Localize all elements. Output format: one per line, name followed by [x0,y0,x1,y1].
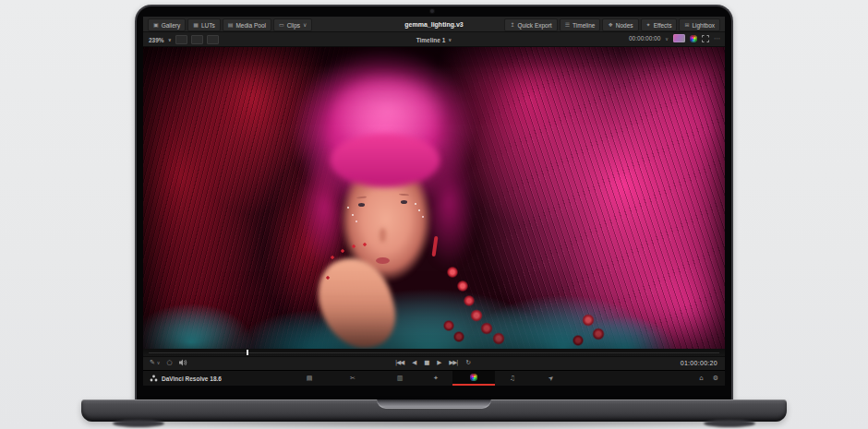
quick-export-label: Quick Export [517,22,551,29]
transport-controls: |◀◀ ◀ ■ ▶ ▶▶| ↻ [395,359,470,366]
media-pool-label: Media Pool [235,22,266,29]
timeline-selector-label: Timeline 1 [416,37,446,43]
page-bar-right: ⌂ ⚙ [699,371,718,386]
transport-left-tools: ✎ ∨ ○ [150,359,187,366]
chevron-down-icon: ∨ [448,37,452,42]
app-branding: DaVinci Resolve 18.6 [150,371,222,386]
photo-vignette [143,47,725,349]
page-tab-deliver[interactable]: ➤ [545,371,558,386]
playhead[interactable] [247,350,248,355]
laptop-lid: ▣ Gallery ▦ LUTs ▤ Media Pool ▭ Clips [135,5,733,401]
camera-dot [430,9,434,13]
davinci-logo-icon [150,375,158,382]
page-background: ▣ Gallery ▦ LUTs ▤ Media Pool ▭ Clips [0,0,868,429]
luts-label: LUTs [201,22,215,29]
media-page-icon: ▤ [307,375,313,382]
zoom-level-group: 239% ∨ [149,35,219,44]
step-back-button[interactable]: ◀ [412,359,416,366]
fusion-page-icon: ✦ [433,375,439,382]
lightbox-label: Lightbox [692,22,715,29]
overflow-menu-icon[interactable]: ⋯ [714,35,720,42]
edit-page-icon: ▥ [397,375,404,382]
jog-bar[interactable] [143,349,725,356]
viewer-tool-button-3[interactable] [207,35,219,44]
page-tab-color[interactable] [452,371,495,386]
settings-gear-icon[interactable]: ⚙ [713,375,718,382]
luts-button[interactable]: ▦ LUTs [187,18,220,31]
home-icon[interactable]: ⌂ [699,375,703,382]
laptop-base [81,399,787,422]
page-tab-cut[interactable]: ✂ [346,371,359,386]
quick-export-button[interactable]: ↥ Quick Export [504,18,557,31]
luts-icon: ▦ [193,22,199,28]
nodes-icon: ❖ [608,22,612,28]
page-tab-fairlight[interactable]: ♫ [506,371,519,386]
last-frame-button[interactable]: ▶▶| [449,359,457,366]
viewer-tool-button-1[interactable] [175,35,187,44]
page-tab-edit[interactable]: ▥ [393,371,406,386]
transport-bar: ✎ ∨ ○ |◀◀ ◀ ■ ▶ [143,356,725,370]
play-button[interactable]: ▶ [437,359,440,366]
chevron-down-icon: ∨ [665,36,669,42]
timeline-panel-label: Timeline [573,22,595,29]
viewer-timecode[interactable]: 00:00:00:00 [629,35,660,42]
expand-icon[interactable] [702,35,709,42]
app-version-label: DaVinci Resolve 18.6 [162,375,222,382]
clean-feed-monitor-icon[interactable] [673,34,685,42]
effects-icon: ✦ [646,22,651,28]
lightbox-button[interactable]: ⊞ Lightbox [679,18,720,31]
nodes-button[interactable]: ❖ Nodes [602,18,638,31]
viewer-toolbar: 239% ∨ Timeline 1 ∨ 00:00:00:00 ∨ [143,32,725,47]
deliver-page-icon: ➤ [547,374,556,383]
media-pool-button[interactable]: ▤ Media Pool [223,18,271,31]
top-toolbar: ▣ Gallery ▦ LUTs ▤ Media Pool ▭ Clips [143,17,725,32]
gallery-button[interactable]: ▣ Gallery [148,18,186,31]
toolbar-right-group: ↥ Quick Export ☰ Timeline ❖ Nodes ✦ Effe… [504,18,720,31]
chevron-down-icon: ∨ [157,360,161,365]
zoom-level-select[interactable]: 239% [149,37,164,43]
lightbox-icon: ⊞ [684,22,689,28]
volume-icon[interactable] [179,359,187,366]
viewer-toolbar-right: 00:00:00:00 ∨ ⋯ [629,34,720,42]
effects-label: Effects [654,22,672,29]
page-bar: DaVinci Resolve 18.6 ▤ ✂ ▥ ✦ ♫ [143,370,725,386]
master-timecode: 01:00:00:20 [681,360,717,366]
timeline-icon: ☰ [565,22,570,28]
gallery-icon: ▣ [153,22,159,28]
media-pool-icon: ▤ [228,22,234,28]
lid-lift-notch [377,399,491,409]
nodes-label: Nodes [616,22,633,29]
stop-button[interactable]: ■ [424,359,428,366]
loop-playback-button[interactable]: ↻ [466,359,470,366]
clips-icon: ▭ [279,22,284,28]
draw-tool-button[interactable]: ✎ ∨ [150,359,161,366]
first-frame-button[interactable]: |◀◀ [395,359,404,366]
page-tab-fusion[interactable]: ✦ [429,371,442,386]
laptop-foot-right [704,420,755,427]
jog-track [149,352,719,353]
viewer-tool-button-2[interactable] [191,35,203,44]
effects-button[interactable]: ✦ Effects [641,18,678,31]
page-tab-media[interactable]: ▤ [303,371,316,386]
quick-export-icon: ↥ [510,22,514,28]
fairlight-page-icon: ♫ [510,375,515,382]
laptop-screen: ▣ Gallery ▦ LUTs ▤ Media Pool ▭ Clips [143,17,725,386]
color-wheel-icon[interactable] [690,35,697,42]
cut-page-icon: ✂ [350,375,356,382]
color-page-icon [470,374,477,381]
laptop-foot-left [113,420,164,427]
viewer-image[interactable] [143,47,725,349]
loop-tool-icon[interactable]: ○ [167,359,173,366]
pencil-icon: ✎ [150,359,155,366]
chevron-down-icon: ∨ [303,22,307,28]
clips-label: Clips [287,22,300,29]
timeline-panel-button[interactable]: ☰ Timeline [560,18,601,31]
gallery-label: Gallery [162,22,181,29]
chevron-down-icon: ∨ [168,37,172,42]
clips-button[interactable]: ▭ Clips ∨ [273,18,313,31]
toolbar-left-group: ▣ Gallery ▦ LUTs ▤ Media Pool ▭ Clips [148,18,312,31]
